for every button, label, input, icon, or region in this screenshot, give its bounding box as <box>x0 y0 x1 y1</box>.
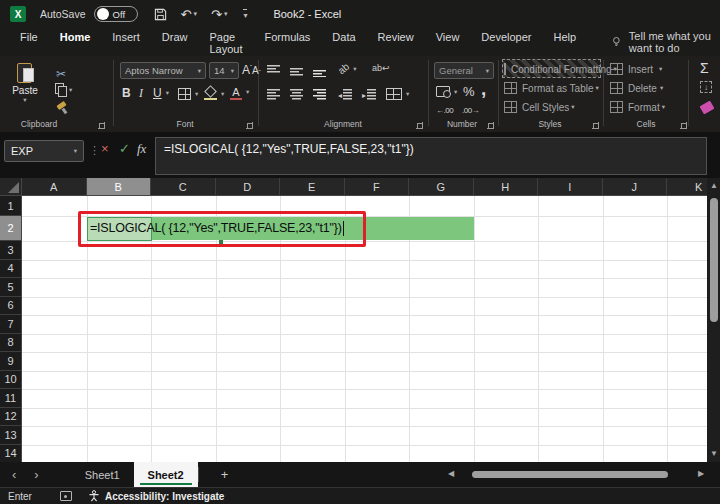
autosave-toggle[interactable]: Off <box>94 6 138 22</box>
row-header-9[interactable]: 9 <box>0 352 22 371</box>
middle-align-button[interactable] <box>290 65 303 77</box>
align-center-button[interactable] <box>290 89 303 101</box>
enter-button[interactable]: ✓ <box>119 141 130 156</box>
row-header-4[interactable]: 4 <box>0 260 22 279</box>
column-header-k[interactable]: K <box>667 178 707 196</box>
number-dialog-launcher[interactable] <box>487 122 494 129</box>
font-color-button[interactable]: A ▾ <box>230 87 249 97</box>
align-right-button[interactable] <box>313 89 326 101</box>
clear-button[interactable] <box>701 103 713 112</box>
bold-button[interactable]: B <box>122 86 131 100</box>
copy-button[interactable]: ▾ <box>55 83 72 96</box>
tell-me-search[interactable]: Tell me what you want to do <box>612 30 720 54</box>
format-cells-button[interactable]: Format ▾ <box>610 98 682 116</box>
row-header-14[interactable]: 14 <box>0 445 22 463</box>
insert-function-button[interactable]: fx <box>137 141 146 157</box>
column-header-a[interactable]: A <box>22 178 87 196</box>
select-all-corner[interactable] <box>0 178 22 196</box>
name-box[interactable]: EXP ▾ <box>4 140 84 162</box>
vertical-scrollbar-thumb[interactable] <box>710 198 718 322</box>
tab-view[interactable]: View <box>426 25 470 60</box>
autosum-button[interactable]: Σ <box>700 60 709 76</box>
shrink-font-button[interactable]: Aˇ <box>252 65 261 76</box>
formula-bar-dots-icon[interactable]: ⋮ <box>89 144 100 157</box>
underline-button[interactable]: U ▾ <box>153 86 169 100</box>
tab-home[interactable]: Home <box>50 25 101 60</box>
tab-review[interactable]: Review <box>368 25 424 60</box>
hscroll-right-icon[interactable]: ▶ <box>698 469 704 478</box>
customize-quick-access-button[interactable]: ▾ <box>241 9 247 20</box>
format-as-table-button[interactable]: Format as Table ▾ <box>504 79 600 97</box>
orientation-button[interactable]: ab ▾ <box>338 63 356 74</box>
scroll-up-icon[interactable]: ▲ <box>710 181 718 190</box>
macro-record-icon[interactable] <box>60 491 72 501</box>
row-header-13[interactable]: 13 <box>0 426 22 445</box>
sheet-tab-sheet2[interactable]: Sheet2 <box>134 462 198 487</box>
number-format-select[interactable]: General ▾ <box>434 62 494 79</box>
delete-cells-button[interactable]: Delete ▾ <box>610 79 682 97</box>
column-header-f[interactable]: F <box>345 178 410 196</box>
formula-input[interactable]: =ISLOGICAL( {12,"Yes",TRUE,FALSE,23,"t1"… <box>155 137 707 175</box>
column-header-h[interactable]: H <box>474 178 539 196</box>
styles-dialog-launcher[interactable] <box>592 122 599 129</box>
sheet-tab-sheet1[interactable]: Sheet1 <box>71 462 134 487</box>
bottom-align-button[interactable] <box>313 65 326 77</box>
tab-page-layout[interactable]: Page Layout <box>199 25 252 60</box>
percent-style-button[interactable]: % <box>463 84 475 99</box>
accessibility-checker[interactable]: Accessibility: Investigate <box>88 490 225 502</box>
row-header-1[interactable]: 1 <box>0 196 22 216</box>
italic-button[interactable]: I <box>139 86 143 101</box>
fill-color-button[interactable]: ▾ <box>204 87 224 100</box>
undo-button[interactable]: ↶ ▾ <box>181 7 197 22</box>
merge-center-button[interactable]: ▾ <box>386 88 409 100</box>
save-button[interactable] <box>154 8 167 21</box>
row-header-11[interactable]: 11 <box>0 389 22 408</box>
alignment-dialog-launcher[interactable] <box>416 122 423 129</box>
vertical-scrollbar[interactable]: ▲ ▼ <box>707 178 720 462</box>
column-header-i[interactable]: I <box>538 178 603 196</box>
paste-button[interactable]: Paste ▾ <box>8 62 42 104</box>
fill-button[interactable]: ↓ <box>700 81 712 93</box>
redo-button[interactable]: ↷ ▾ <box>211 7 227 22</box>
cancel-button[interactable]: × <box>101 141 109 156</box>
tab-formulas[interactable]: Formulas <box>255 25 321 60</box>
top-align-button[interactable] <box>267 65 280 77</box>
prev-sheet-icon[interactable]: ‹ <box>12 467 16 482</box>
font-dialog-launcher[interactable] <box>246 122 253 129</box>
comma-style-button[interactable]: , <box>481 78 486 100</box>
row-header-3[interactable]: 3 <box>0 241 22 260</box>
horizontal-scrollbar-thumb[interactable] <box>472 471 668 478</box>
row-header-12[interactable]: 12 <box>0 408 22 427</box>
borders-button[interactable]: ▾ <box>178 88 198 100</box>
tab-help[interactable]: Help <box>543 25 586 60</box>
increase-indent-button[interactable]: ▸ <box>362 89 376 101</box>
redo-caret-icon[interactable]: ▾ <box>224 10 228 18</box>
accounting-format-button[interactable]: ▾ <box>436 86 457 97</box>
column-header-j[interactable]: J <box>603 178 668 196</box>
row-header-5[interactable]: 5 <box>0 278 22 297</box>
increase-decimal-button[interactable]: ←.00 <box>436 106 453 115</box>
cells-dialog-launcher[interactable] <box>680 122 687 129</box>
insert-cells-button[interactable]: Insert ▾ <box>610 60 682 78</box>
new-sheet-button[interactable]: + <box>221 467 229 482</box>
decrease-indent-button[interactable]: ◂ <box>338 89 352 101</box>
format-painter-button[interactable] <box>56 102 68 114</box>
row-header-7[interactable]: 7 <box>0 315 22 334</box>
clipboard-dialog-launcher[interactable] <box>98 122 105 129</box>
cut-button[interactable]: ✂ <box>56 64 66 82</box>
tab-file[interactable]: File <box>10 25 48 60</box>
row-header-8[interactable]: 8 <box>0 334 22 353</box>
grow-font-button[interactable]: Aˆ <box>242 63 252 77</box>
wrap-text-button[interactable]: ab ↩ <box>372 63 390 73</box>
align-left-button[interactable] <box>267 89 280 101</box>
tab-developer[interactable]: Developer <box>471 25 541 60</box>
decrease-decimal-button[interactable]: .00→ <box>462 106 479 115</box>
scroll-down-icon[interactable]: ▼ <box>710 449 718 458</box>
row-header-10[interactable]: 10 <box>0 371 22 390</box>
font-size-select[interactable]: 14 ▾ <box>209 62 239 79</box>
tab-draw[interactable]: Draw <box>152 25 198 60</box>
column-header-c[interactable]: C <box>151 178 216 196</box>
column-header-g[interactable]: G <box>409 178 474 196</box>
column-header-d[interactable]: D <box>216 178 281 196</box>
column-header-e[interactable]: E <box>280 178 345 196</box>
